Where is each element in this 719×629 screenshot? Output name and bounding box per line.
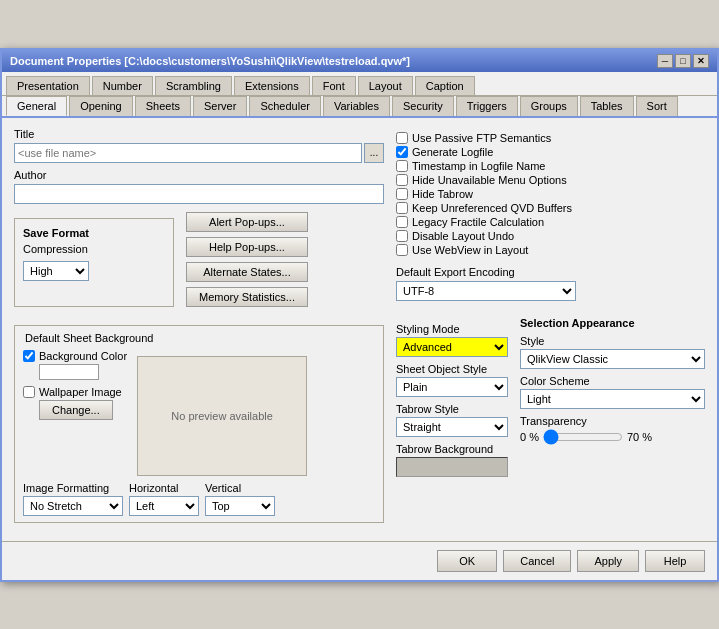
sheet-object-style-label: Sheet Object Style <box>396 363 508 375</box>
transparency-label: Transparency <box>520 415 705 427</box>
tab-triggers[interactable]: Triggers <box>456 96 518 116</box>
author-input[interactable] <box>14 184 384 204</box>
sheet-bg-title: Default Sheet Background <box>23 332 155 344</box>
tab-number[interactable]: Number <box>92 76 153 95</box>
action-buttons: Alert Pop-ups... Help Pop-ups... Alterna… <box>186 212 308 307</box>
vertical-col: Vertical Top Centered Bottom <box>205 482 275 516</box>
sheet-bg-content: Background Color Wallpaper Image Change.… <box>23 350 375 476</box>
checkbox-list: Use Passive FTP Semantics Generate Logfi… <box>396 132 705 256</box>
keep-unreferenced-label: Keep Unreferenced QVD Buffers <box>412 202 572 214</box>
apply-button[interactable]: Apply <box>577 550 639 572</box>
tab-row-1: Presentation Number Scrambling Extension… <box>2 72 717 96</box>
generate-logfile-row: Generate Logfile <box>396 146 705 158</box>
passive-ftp-checkbox[interactable] <box>396 132 408 144</box>
compression-select[interactable]: High Medium Low None <box>23 261 89 281</box>
color-picker-preview[interactable] <box>39 364 99 380</box>
help-popups-button[interactable]: Help Pop-ups... <box>186 237 308 257</box>
transparency-slider-row: 0 % 70 % <box>520 429 705 445</box>
bg-color-row: Background Color <box>23 350 127 362</box>
preview-text: No preview available <box>171 410 273 422</box>
horizontal-label: Horizontal <box>129 482 199 494</box>
tab-sort[interactable]: Sort <box>636 96 678 116</box>
timestamp-checkbox[interactable] <box>396 160 408 172</box>
save-format-box: Save Format Compression High Medium Low … <box>14 218 174 307</box>
tab-sheets[interactable]: Sheets <box>135 96 191 116</box>
hide-unavailable-checkbox[interactable] <box>396 174 408 186</box>
tabrow-bg-label: Tabrow Background <box>396 443 508 455</box>
hide-tabrow-checkbox[interactable] <box>396 188 408 200</box>
tab-server[interactable]: Server <box>193 96 247 116</box>
tab-opening[interactable]: Opening <box>69 96 133 116</box>
tab-scheduler[interactable]: Scheduler <box>249 96 321 116</box>
bottom-section: Default Sheet Background Background Colo… <box>14 317 705 523</box>
horizontal-select[interactable]: Left Center Right <box>129 496 199 516</box>
change-btn-row: Change... <box>39 400 127 420</box>
hide-unavailable-label: Hide Unavailable Menu Options <box>412 174 567 186</box>
export-encoding-label: Default Export Encoding <box>396 266 705 278</box>
export-encoding-section: Default Export Encoding UTF-8 UTF-16 ANS… <box>396 266 705 301</box>
timestamp-label: Timestamp in Logfile Name <box>412 160 545 172</box>
cancel-button[interactable]: Cancel <box>503 550 571 572</box>
disable-layout-label: Disable Layout Undo <box>412 230 514 242</box>
tab-presentation[interactable]: Presentation <box>6 76 90 95</box>
horizontal-col: Horizontal Left Center Right <box>129 482 199 516</box>
generate-logfile-checkbox[interactable] <box>396 146 408 158</box>
style-select[interactable]: QlikView Classic Checkbox LED Checkbox L… <box>520 349 705 369</box>
image-formatting-select[interactable]: No Stretch Fill Fit Stretch <box>23 496 123 516</box>
legacy-fractile-checkbox[interactable] <box>396 216 408 228</box>
legacy-fractile-label: Legacy Fractile Calculation <box>412 216 544 228</box>
minimize-button[interactable]: ─ <box>657 54 673 68</box>
use-webview-label: Use WebView in Layout <box>412 244 528 256</box>
selection-title: Selection Appearance <box>520 317 705 329</box>
disable-layout-row: Disable Layout Undo <box>396 230 705 242</box>
wallpaper-checkbox[interactable] <box>23 386 35 398</box>
tab-layout[interactable]: Layout <box>358 76 413 95</box>
vertical-select[interactable]: Top Centered Bottom <box>205 496 275 516</box>
alert-popups-button[interactable]: Alert Pop-ups... <box>186 212 308 232</box>
top-left-block: Title ... Author <box>14 128 384 204</box>
close-button[interactable]: ✕ <box>693 54 709 68</box>
tab-caption[interactable]: Caption <box>415 76 475 95</box>
tab-extensions[interactable]: Extensions <box>234 76 310 95</box>
tabrow-style-select[interactable]: Straight Rounded 3D <box>396 417 508 437</box>
tab-security[interactable]: Security <box>392 96 454 116</box>
ok-button[interactable]: OK <box>437 550 497 572</box>
styling-mode-select[interactable]: Advanced Custom Standard <box>396 337 508 357</box>
tab-row-2: General Opening Sheets Server Scheduler … <box>2 96 717 118</box>
maximize-button[interactable]: □ <box>675 54 691 68</box>
disable-layout-checkbox[interactable] <box>396 230 408 242</box>
title-input-row: ... <box>14 143 384 163</box>
keep-unreferenced-checkbox[interactable] <box>396 202 408 214</box>
transparency-slider[interactable] <box>543 429 623 445</box>
help-button[interactable]: Help <box>645 550 705 572</box>
right-panel: Use Passive FTP Semantics Generate Logfi… <box>396 128 705 307</box>
export-encoding-select[interactable]: UTF-8 UTF-16 ANSI <box>396 281 576 301</box>
bg-color-checkbox[interactable] <box>23 350 35 362</box>
tabrow-style-label: Tabrow Style <box>396 403 508 415</box>
color-scheme-select[interactable]: Light Dark Windows <box>520 389 705 409</box>
titlebar-buttons: ─ □ ✕ <box>657 54 709 68</box>
styling-section: Styling Mode Advanced Custom Standard Sh… <box>396 317 508 523</box>
footer: OK Cancel Apply Help <box>2 541 717 580</box>
sheet-bg-group: Default Sheet Background Background Colo… <box>14 325 384 523</box>
tab-general[interactable]: General <box>6 96 67 116</box>
memory-statistics-button[interactable]: Memory Statistics... <box>186 287 308 307</box>
transparency-max: 70 % <box>627 431 652 443</box>
sheet-object-style-select[interactable]: Plain Softblend Silver <box>396 377 508 397</box>
styling-mode-row: Advanced Custom Standard <box>396 337 508 357</box>
compression-row: Compression <box>23 243 165 255</box>
title-browse-button[interactable]: ... <box>364 143 384 163</box>
tab-scrambling[interactable]: Scrambling <box>155 76 232 95</box>
tab-font[interactable]: Font <box>312 76 356 95</box>
change-button[interactable]: Change... <box>39 400 113 420</box>
author-label: Author <box>14 169 384 181</box>
tab-variables[interactable]: Variables <box>323 96 390 116</box>
use-webview-checkbox[interactable] <box>396 244 408 256</box>
title-input[interactable] <box>14 143 362 163</box>
tab-groups[interactable]: Groups <box>520 96 578 116</box>
tab-tables[interactable]: Tables <box>580 96 634 116</box>
selection-section: Selection Appearance Style QlikView Clas… <box>520 317 705 523</box>
top-section: Title ... Author Save Form <box>14 128 705 307</box>
alternate-states-button[interactable]: Alternate States... <box>186 262 308 282</box>
save-buttons-row: Save Format Compression High Medium Low … <box>14 212 384 307</box>
